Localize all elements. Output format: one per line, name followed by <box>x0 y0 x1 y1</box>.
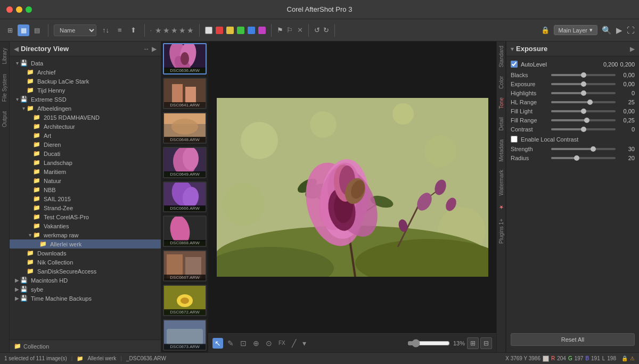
expand-icon[interactable]: ▾ <box>27 232 33 238</box>
color-none[interactable] <box>205 27 212 34</box>
color-purple[interactable] <box>258 27 266 34</box>
tree-item-sybe[interactable]: ▶ 💾 sybe <box>10 285 161 294</box>
color-tab[interactable]: Color <box>497 72 505 93</box>
grid-icon[interactable]: ⊞ <box>4 24 16 36</box>
maximize-button[interactable] <box>26 6 32 13</box>
tree-item-macintosh[interactable]: ▶ 💾 Macintosh HD <box>10 276 161 285</box>
tree-item-werkmap[interactable]: ▾ 📁 werkmap raw <box>10 230 161 239</box>
tone-tab[interactable]: Tone <box>497 93 505 113</box>
tree-item-dieren[interactable]: 📁 Dieren <box>10 140 161 149</box>
star-3[interactable]: ★ <box>171 26 178 35</box>
undo-button[interactable]: ↺ <box>314 26 320 34</box>
tree-item-extreme[interactable]: ▾ 💾 Extreme SSD <box>10 95 161 104</box>
tree-item-sandisk[interactable]: 📁 SanDiskSecureAccess <box>10 267 161 276</box>
crop-tool-button[interactable]: ⊡ <box>238 338 249 349</box>
blacks-slider[interactable] <box>551 74 616 76</box>
zoom-tool-button[interactable]: ⊕ <box>251 338 261 349</box>
image-canvas[interactable] <box>208 42 496 333</box>
pen-tool-button[interactable]: ✎ <box>225 338 236 349</box>
file-system-tab[interactable]: File System <box>1 70 9 106</box>
single-view-button[interactable]: ⊞ <box>467 337 479 349</box>
tree-item-data[interactable]: ▾ 💾 Data <box>10 59 161 68</box>
color-red[interactable] <box>216 27 223 34</box>
tree-item-art[interactable]: 📁 Art <box>10 131 161 140</box>
main-layer-button[interactable]: Main Layer ▾ <box>554 25 597 35</box>
tree-item-nbb[interactable]: 📁 NBB <box>10 185 161 194</box>
library-tab[interactable]: Library <box>1 44 9 69</box>
filmstrip-item-7[interactable]: DSC0672.ARW <box>163 285 207 316</box>
star-rating-group[interactable]: ★ ★ ★ ★ ★ <box>155 26 194 35</box>
tree-item-2015[interactable]: 📁 2015 RDAMHAVEND <box>10 113 161 122</box>
filmstrip-item-4[interactable]: DSC0666.ARW <box>163 181 207 213</box>
minimize-button[interactable] <box>16 6 22 13</box>
star-4[interactable]: ★ <box>179 26 186 35</box>
compare-view-button[interactable]: ⊟ <box>480 337 492 349</box>
thumbnail-view-btn[interactable]: ▦ <box>18 24 29 36</box>
filmstrip-item-5[interactable]: DSC0868.ARW <box>163 216 207 247</box>
radius-slider[interactable] <box>551 157 616 159</box>
tree-item-archief[interactable]: 📁 Archief <box>10 68 161 77</box>
tree-item-maritiem[interactable]: 📁 Maritiem <box>10 167 161 176</box>
close-button[interactable] <box>6 6 13 13</box>
filmstrip-item-1[interactable]: DSC0641.ARW <box>163 78 207 109</box>
search-button[interactable]: 🔍 <box>602 26 612 35</box>
filmstrip-item-0[interactable]: DSC0636.ARW <box>163 43 207 75</box>
get-more-tab[interactable]: ★ <box>497 200 505 214</box>
plugins-tab[interactable]: Plugins 1+ <box>497 214 505 248</box>
upload-button[interactable]: ⬆ <box>128 24 139 36</box>
list-view-btn[interactable]: ▤ <box>31 24 43 36</box>
sort-asc-button[interactable]: ↑↓ <box>100 24 112 36</box>
fill-range-slider[interactable] <box>551 119 616 121</box>
color-yellow[interactable] <box>226 27 234 34</box>
tree-item-backup[interactable]: 📁 Backup LaCie Stark <box>10 77 161 86</box>
standard-tab[interactable]: Standard <box>497 42 505 72</box>
star-5[interactable]: ★ <box>187 26 194 35</box>
filmstrip-item-3[interactable]: DSC0649.ARW <box>163 147 207 178</box>
more-tools-button[interactable]: ▾ <box>300 338 308 349</box>
tree-item-vakanties[interactable]: 📁 Vakanties <box>10 221 161 230</box>
tree-item-natuur[interactable]: 📁 Natuur <box>10 176 161 185</box>
local-contrast-checkbox[interactable] <box>511 136 518 143</box>
pin-panel-button[interactable]: ↔ <box>143 45 150 53</box>
hl-range-slider[interactable] <box>551 101 616 103</box>
reset-all-button[interactable]: Reset All <box>511 333 635 346</box>
tree-item-test[interactable]: 📁 Test CorelAS-Pro <box>10 212 161 221</box>
contrast-slider[interactable] <box>551 128 616 130</box>
expand-icon[interactable]: ▾ <box>14 96 20 102</box>
tree-item-ducati[interactable]: 📁 Ducati <box>10 149 161 158</box>
exposure-slider[interactable] <box>551 83 616 85</box>
tree-item-allerlei[interactable]: 📁 Allerlei werk <box>10 239 161 249</box>
tree-item-tijd[interactable]: 📁 Tijd Henny <box>10 86 161 95</box>
redo-button[interactable]: ↻ <box>323 26 329 34</box>
star-2[interactable]: ★ <box>163 26 170 35</box>
metadata-tab[interactable]: Metadata <box>497 135 505 166</box>
tree-item-architectuur[interactable]: 📁 Architectuur <box>10 122 161 131</box>
strength-slider[interactable] <box>551 148 616 150</box>
star-1[interactable]: ★ <box>155 26 162 35</box>
flag-x-icon[interactable]: ✕ <box>297 26 303 34</box>
flag-icon[interactable]: ⚑ <box>277 26 283 34</box>
tree-item-strand[interactable]: 📁 Strand-Zee <box>10 203 161 212</box>
detail-tab[interactable]: Detail <box>497 113 505 135</box>
watermark-tab[interactable]: Watermark <box>497 166 505 200</box>
expand-icon[interactable]: ▾ <box>20 105 27 111</box>
fx-label[interactable]: FX <box>276 339 288 347</box>
fill-light-slider[interactable] <box>551 110 616 112</box>
filter-button[interactable]: ≡ <box>115 24 125 36</box>
sort-name-dropdown[interactable]: Name <box>54 24 96 36</box>
collapse-right-panel-button[interactable]: ▾ <box>511 45 514 53</box>
slideshow-button[interactable]: ▶ <box>616 26 622 35</box>
clone-tool-button[interactable]: ⊙ <box>264 338 274 349</box>
straighten-tool-button[interactable]: ╱ <box>290 338 298 349</box>
color-green[interactable] <box>237 27 244 34</box>
tree-item-nik[interactable]: 📁 Nik Collection <box>10 258 161 267</box>
autolevel-checkbox[interactable] <box>511 61 518 68</box>
filmstrip-item-8[interactable]: DSC0673.ARW <box>163 319 207 351</box>
highlights-slider[interactable] <box>551 92 616 94</box>
tree-item-landschap[interactable]: 📁 Landschap <box>10 158 161 167</box>
tree-item-sail[interactable]: 📁 SAIL 2015 <box>10 194 161 203</box>
collapse-left-panel-button[interactable]: ◀ <box>14 45 19 53</box>
expand-panel-button[interactable]: ▶ <box>152 45 157 53</box>
tree-item-timemachine[interactable]: ▶ 💾 Time Machine Backups <box>10 294 161 303</box>
filmstrip-item-6[interactable]: DSC0667.ARW <box>163 250 207 282</box>
